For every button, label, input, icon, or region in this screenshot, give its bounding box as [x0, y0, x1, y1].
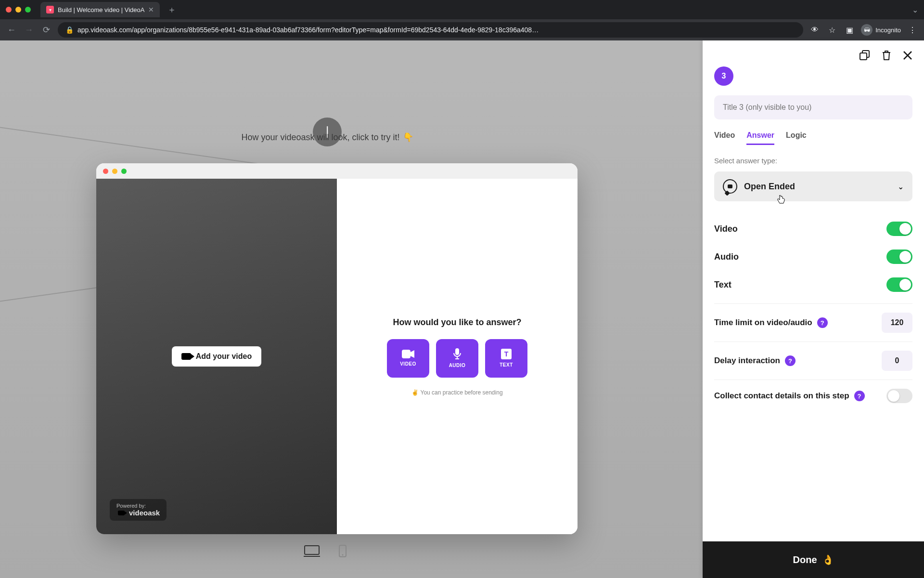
incognito-icon: 🕶 [861, 24, 873, 36]
text-icon: T [501, 349, 512, 359]
answer-video-button[interactable]: VIDEO [387, 339, 429, 378]
tabs-overflow-icon[interactable]: ⌄ [912, 5, 918, 14]
done-button[interactable]: Done 👌 [703, 541, 924, 578]
svg-rect-11 [860, 53, 867, 60]
eye-off-icon[interactable]: 👁 [809, 26, 821, 34]
preview-answer-pane: How would you like to answer? VIDEO AUDI… [337, 179, 578, 534]
practice-hint: ✌️ You can practice before sending [411, 389, 502, 396]
kebab-menu-icon[interactable]: ⋮ [907, 26, 918, 35]
url-bar[interactable]: 🔒 app.videoask.com/app/organizations/8b9… [58, 22, 803, 38]
videoask-logo-icon [118, 511, 125, 515]
nav-reload-button[interactable]: ⟳ [40, 25, 52, 35]
new-tab-button[interactable]: ＋ [167, 4, 176, 15]
duplicate-icon[interactable] [860, 50, 870, 61]
svg-text:T: T [504, 350, 509, 358]
preview-hint-text: How your videoask will look, click to tr… [241, 132, 399, 143]
nav-back-button[interactable]: ← [6, 25, 17, 35]
preview-zoom-icon [121, 169, 127, 174]
camera-icon [181, 353, 191, 360]
toggle-text-row: Text [714, 271, 912, 299]
answer-audio-label: AUDIO [449, 363, 466, 368]
answer-type-dropdown[interactable]: Open Ended ⌄ [714, 171, 912, 201]
answer-type-value: Open Ended [744, 182, 795, 192]
add-video-button[interactable]: Add your video [172, 346, 261, 367]
browser-tab[interactable]: ▾ Build | Welcome video | VideoA ✕ [40, 2, 160, 17]
extensions-icon[interactable]: ▣ [844, 26, 855, 35]
done-label: Done [793, 554, 817, 565]
toggle-audio-switch[interactable] [886, 250, 912, 264]
incognito-indicator[interactable]: 🕶 Incognito [861, 24, 901, 36]
collect-contact-row: Collect contact details on this step ? [714, 380, 912, 412]
add-video-label: Add your video [196, 352, 252, 361]
toggle-video-switch[interactable] [886, 222, 912, 236]
toggle-audio-label: Audio [714, 252, 739, 262]
tab-title: Build | Welcome video | VideoA [58, 6, 144, 13]
preview-window: Add your video Powered by: videoask How … [96, 163, 578, 534]
svg-rect-6 [305, 546, 319, 554]
preview-titlebar [96, 163, 578, 179]
preview-close-icon [103, 169, 108, 174]
tab-logic[interactable]: Logic [786, 131, 807, 145]
ok-hand-emoji-icon: 👌 [822, 554, 834, 565]
window-zoom-icon[interactable] [25, 7, 31, 13]
microphone-icon [453, 348, 462, 360]
svg-point-9 [342, 554, 344, 556]
panel-tabs: Video Answer Logic [714, 131, 912, 145]
tab-close-icon[interactable]: ✕ [148, 6, 154, 13]
svg-rect-1 [455, 348, 459, 355]
browser-toolbar: ← → ⟳ 🔒 app.videoask.com/app/organizatio… [0, 19, 924, 40]
answer-audio-button[interactable]: AUDIO [436, 339, 478, 378]
collect-contact-label: Collect contact details on this step [714, 391, 849, 401]
delay-interaction-row: Delay interaction ? 0 [714, 342, 912, 380]
step-number-badge: 3 [714, 66, 733, 86]
help-icon[interactable]: ? [785, 355, 796, 366]
preview-hint: How your videoask will look, click to tr… [0, 132, 654, 143]
answer-prompt: How would you like to answer? [393, 317, 521, 328]
nav-forward-button[interactable]: → [23, 25, 35, 35]
help-icon[interactable]: ? [854, 391, 865, 401]
preview-video-pane[interactable]: Add your video Powered by: videoask [96, 179, 337, 534]
answer-video-label: VIDEO [400, 361, 416, 367]
tab-answer[interactable]: Answer [746, 131, 774, 145]
bookmark-star-icon[interactable]: ☆ [826, 26, 838, 35]
window-traffic-lights [6, 7, 31, 13]
desktop-preview-button[interactable] [302, 543, 321, 559]
cursor-icon [777, 195, 785, 204]
mobile-preview-button[interactable] [333, 543, 352, 559]
url-text: app.videoask.com/app/organizations/8b955… [77, 26, 539, 34]
toggle-audio-row: Audio [714, 243, 912, 271]
preview-body: Add your video Powered by: videoask How … [96, 179, 578, 534]
answer-text-label: TEXT [500, 362, 513, 368]
browser-tab-strip: ▾ Build | Welcome video | VideoA ✕ ＋ ⌄ [0, 0, 924, 19]
pointing-down-emoji-icon: 👇 [403, 132, 413, 143]
toggle-video-label: Video [714, 224, 738, 234]
tab-video[interactable]: Video [714, 131, 735, 145]
answer-text-button[interactable]: T TEXT [485, 339, 527, 378]
svg-rect-0 [402, 350, 411, 358]
answer-buttons-row: VIDEO AUDIO T TEXT [387, 339, 527, 378]
open-ended-icon [723, 179, 737, 194]
help-icon[interactable]: ? [817, 317, 828, 328]
collect-contact-switch[interactable] [886, 389, 912, 403]
close-panel-icon[interactable] [903, 51, 912, 60]
select-answer-type-label: Select answer type: [714, 157, 912, 165]
chevron-down-icon: ⌄ [898, 182, 904, 191]
toggle-text-switch[interactable] [886, 277, 912, 292]
delay-input[interactable]: 0 [882, 351, 912, 371]
preview-minimize-icon [112, 169, 117, 174]
delete-icon[interactable] [882, 50, 891, 61]
toggle-text-label: Text [714, 280, 732, 290]
device-toggle [0, 543, 654, 559]
lock-icon: 🔒 [65, 26, 74, 34]
toggle-video-row: Video [714, 215, 912, 243]
window-close-icon[interactable] [6, 7, 12, 13]
window-minimize-icon[interactable] [15, 7, 21, 13]
time-limit-label: Time limit on video/audio [714, 318, 812, 328]
step-title-input[interactable] [714, 95, 912, 119]
incognito-label: Incognito [875, 26, 901, 34]
panel-header [703, 40, 924, 66]
panel-content: 3 Video Answer Logic Select answer type:… [703, 66, 924, 541]
time-limit-input[interactable]: 120 [882, 313, 912, 333]
powered-by-line2: videoask [129, 509, 160, 517]
powered-by-badge[interactable]: Powered by: videoask [110, 499, 167, 521]
